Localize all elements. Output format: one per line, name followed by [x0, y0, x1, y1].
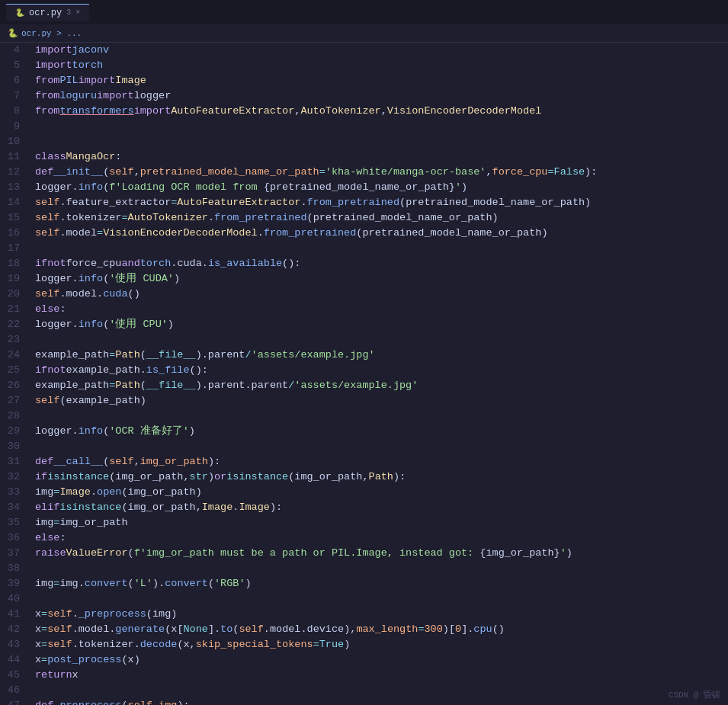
- code-line: logger.info('OCR 准备好了'): [35, 424, 728, 439]
- code-line: self.feature_extractor = AutoFeatureExtr…: [35, 195, 728, 210]
- line-number: 4: [6, 43, 20, 58]
- line-number: 6: [6, 73, 20, 88]
- title-bar: 🐍 ocr.py 3 ×: [0, 0, 728, 24]
- code-line: from loguru import logger: [35, 88, 728, 104]
- code-line: x = self.tokenizer.decode(x, skip_specia…: [35, 637, 728, 652]
- line-number: 21: [6, 302, 20, 317]
- line-number: 8: [6, 104, 20, 119]
- line-numbers-panel: 4567891011121314151617181920212223242526…: [0, 43, 29, 705]
- code-line: if isinstance(img_or_path, str) or isins…: [35, 469, 728, 485]
- code-line: if not example_path.is_file():: [35, 363, 728, 378]
- line-number: 47: [6, 698, 20, 705]
- line-number: 16: [6, 226, 20, 241]
- line-number: 29: [6, 424, 20, 439]
- code-line: def __init__(self, pretrained_model_name…: [35, 165, 728, 180]
- code-line: from transformers import AutoFeatureExtr…: [35, 104, 728, 119]
- line-number: 40: [6, 591, 20, 607]
- code-line: import jaconv: [35, 43, 728, 58]
- line-number: 22: [6, 317, 20, 332]
- code-line: x = self.model.generate(x[None].to(self.…: [35, 622, 728, 637]
- line-number: 37: [6, 546, 20, 561]
- line-number: 27: [6, 393, 20, 409]
- code-line: logger.info(f'Loading OCR model from {pr…: [35, 180, 728, 195]
- code-line: else:: [35, 530, 728, 546]
- code-line: from PIL import Image: [35, 73, 728, 88]
- code-line: elif isinstance(img_or_path, Image.Image…: [35, 500, 728, 515]
- line-number: 33: [6, 485, 20, 500]
- code-line: def __call__(self, img_or_path):: [35, 454, 728, 469]
- line-number: 43: [6, 637, 20, 652]
- tab-number: 3: [66, 8, 71, 17]
- line-number: 24: [6, 348, 20, 363]
- line-number: 39: [6, 576, 20, 591]
- line-number: 42: [6, 622, 20, 637]
- code-line: [35, 591, 728, 607]
- line-number: 44: [6, 652, 20, 668]
- line-number: 10: [6, 134, 20, 149]
- line-number: 17: [6, 241, 20, 256]
- code-line: raise ValueError(f'img_or_path must be a…: [35, 546, 728, 561]
- code-line: [35, 134, 728, 149]
- code-line: def _preprocess(self, img):: [35, 698, 728, 705]
- code-line: import torch: [35, 58, 728, 73]
- code-line: [35, 409, 728, 424]
- tab-icon: 🐍: [15, 8, 24, 18]
- code-line: self.model.cuda(): [35, 287, 728, 302]
- code-line: img = img.convert('L').convert('RGB'): [35, 576, 728, 591]
- code-line: x = post_process(x): [35, 652, 728, 668]
- line-number: 32: [6, 469, 20, 485]
- code-line: [35, 241, 728, 256]
- code-line: example_path = Path(__file__).parent / '…: [35, 348, 728, 363]
- code-line: self(example_path): [35, 393, 728, 409]
- line-number: 7: [6, 88, 20, 104]
- line-number: 30: [6, 439, 20, 454]
- line-number: 25: [6, 363, 20, 378]
- tab-label: ocr.py: [29, 8, 62, 18]
- code-line: else:: [35, 302, 728, 317]
- line-number: 19: [6, 271, 20, 287]
- code-line: [35, 119, 728, 134]
- code-line: self.model = VisionEncoderDecoderModel.f…: [35, 226, 728, 241]
- breadcrumb-icon: 🐍: [8, 28, 18, 38]
- code-line: example_path = Path(__file__).parent.par…: [35, 378, 728, 393]
- code-line: logger.info('使用 CPU'): [35, 317, 728, 332]
- line-number: 11: [6, 149, 20, 165]
- line-number: 35: [6, 515, 20, 530]
- line-number: 28: [6, 409, 20, 424]
- code-line: img = Image.open(img_or_path): [35, 485, 728, 500]
- line-number: 9: [6, 119, 20, 134]
- line-number: 20: [6, 287, 20, 302]
- line-number: 36: [6, 530, 20, 546]
- line-number: 34: [6, 500, 20, 515]
- code-line: class MangaOcr:: [35, 149, 728, 165]
- line-number: 38: [6, 561, 20, 576]
- breadcrumb: 🐍 ocr.py > ...: [0, 24, 728, 43]
- code-line: if not force_cpu and torch.cuda.is_avail…: [35, 256, 728, 271]
- line-number: 14: [6, 195, 20, 210]
- line-number: 18: [6, 256, 20, 271]
- code-line: [35, 683, 728, 698]
- line-number: 41: [6, 607, 20, 622]
- watermark: CSDN @ 昏碳: [669, 689, 720, 700]
- line-number: 15: [6, 210, 20, 226]
- code-line: [35, 561, 728, 576]
- code-panel[interactable]: import jaconvimport torchfrom PIL import…: [29, 43, 728, 705]
- line-number: 23: [6, 332, 20, 348]
- line-number: 46: [6, 683, 20, 698]
- breadcrumb-text: ocr.py > ...: [21, 29, 82, 38]
- code-line: [35, 439, 728, 454]
- line-number: 26: [6, 378, 20, 393]
- active-tab[interactable]: 🐍 ocr.py 3 ×: [6, 4, 89, 21]
- code-line: self.tokenizer = AutoTokenizer.from_pret…: [35, 210, 728, 226]
- line-number: 45: [6, 668, 20, 683]
- line-number: 31: [6, 454, 20, 469]
- code-line: img = img_or_path: [35, 515, 728, 530]
- line-number: 13: [6, 180, 20, 195]
- code-line: return x: [35, 668, 728, 683]
- line-number: 5: [6, 58, 20, 73]
- tab-close-icon[interactable]: ×: [75, 8, 80, 17]
- code-line: logger.info('使用 CUDA'): [35, 271, 728, 287]
- code-line: [35, 332, 728, 348]
- editor: 4567891011121314151617181920212223242526…: [0, 43, 728, 705]
- line-number: 12: [6, 165, 20, 180]
